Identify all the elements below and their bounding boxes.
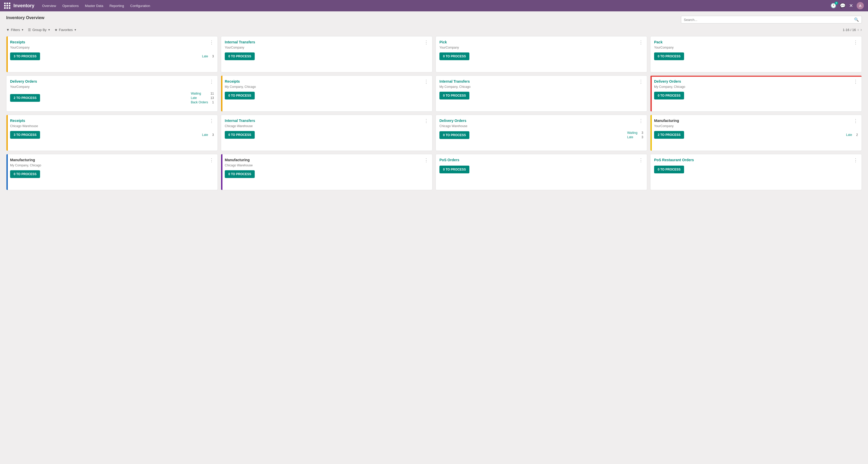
- card-internal-transfers-mycompany-chicago[interactable]: Internal Transfers⋮My Company, Chicago0 …: [436, 75, 647, 112]
- process-button[interactable]: 3 TO PROCESS: [10, 131, 40, 139]
- card-header: PoS Restaurant Orders⋮: [654, 158, 858, 162]
- card-internal-transfers-chicago-warehouse[interactable]: Internal Transfers⋮Chicago Warehouse0 TO…: [221, 115, 432, 151]
- card-left-border: [650, 115, 652, 151]
- nav-configuration[interactable]: Configuration: [130, 4, 150, 8]
- process-button[interactable]: 0 TO PROCESS: [225, 170, 255, 178]
- group-by-label: Group By: [32, 28, 46, 32]
- card-menu-button[interactable]: ⋮: [209, 40, 214, 45]
- card-title: Delivery Orders: [439, 119, 466, 123]
- card-menu-button[interactable]: ⋮: [209, 119, 214, 123]
- card-manufacturing-mycompany-chicago[interactable]: Manufacturing⋮My Company, Chicago0 TO PR…: [6, 154, 218, 190]
- card-menu-button[interactable]: ⋮: [424, 119, 429, 123]
- process-button[interactable]: 0 TO PROCESS: [654, 92, 684, 99]
- card-pos-orders[interactable]: PoS Orders⋮0 TO PROCESS: [436, 154, 647, 190]
- process-button[interactable]: 0 TO PROCESS: [439, 53, 469, 60]
- process-button[interactable]: 2 TO PROCESS: [10, 94, 40, 102]
- card-subtitle: My Company, Chicago: [10, 163, 214, 167]
- next-page-button[interactable]: ›: [861, 27, 862, 32]
- card-body: 0 TO PROCESS: [225, 92, 429, 99]
- process-button[interactable]: 0 TO PROCESS: [439, 165, 469, 173]
- nav-master-data[interactable]: Master Data: [85, 4, 103, 8]
- stat-value: 1: [212, 100, 214, 104]
- process-button[interactable]: 0 TO PROCESS: [439, 92, 469, 99]
- card-left-border: [221, 76, 222, 111]
- filters-button[interactable]: ▼ Filters ▼: [6, 28, 24, 32]
- card-subtitle: YourCompany: [10, 46, 214, 49]
- stat-row: Late3: [202, 55, 214, 58]
- card-stats: Late3: [202, 55, 214, 58]
- topnav: Inventory Overview Operations Master Dat…: [0, 0, 868, 11]
- search-box[interactable]: 🔍: [681, 16, 862, 24]
- stat-label: Back Orders: [191, 100, 208, 104]
- card-manufacturing-yourcompany[interactable]: Manufacturing⋮YourCompany2 TO PROCESSLat…: [650, 115, 862, 151]
- card-header: Pack⋮: [654, 40, 858, 45]
- process-button[interactable]: 0 TO PROCESS: [225, 92, 255, 99]
- card-subtitle: My Company, Chicago: [225, 85, 429, 89]
- process-button[interactable]: 0 TO PROCESS: [654, 165, 684, 173]
- card-subtitle: Chicago Warehouse: [225, 124, 429, 128]
- stat-label: Waiting: [191, 92, 201, 95]
- card-delivery-orders-yourcompany[interactable]: Delivery Orders⋮YourCompany2 TO PROCESSW…: [6, 75, 218, 112]
- avatar[interactable]: A: [857, 2, 864, 9]
- card-menu-button[interactable]: ⋮: [639, 79, 643, 84]
- chat-icon[interactable]: 💬: [840, 3, 845, 8]
- app-logo[interactable]: Inventory: [13, 3, 34, 8]
- nav-reporting[interactable]: Reporting: [110, 4, 124, 8]
- card-menu-button[interactable]: ⋮: [639, 40, 643, 45]
- search-icon[interactable]: 🔍: [854, 17, 859, 22]
- card-delivery-orders-chicago-warehouse[interactable]: Delivery Orders⋮Chicago Warehouse0 TO PR…: [436, 115, 647, 151]
- process-button[interactable]: 0 TO PROCESS: [225, 131, 255, 139]
- stat-row: Waiting3: [627, 131, 643, 134]
- process-button[interactable]: 0 TO PROCESS: [439, 131, 469, 139]
- process-button[interactable]: 3 TO PROCESS: [10, 53, 40, 60]
- activity-icon[interactable]: 🕐 7: [831, 3, 836, 8]
- card-delivery-orders-mycompany-chicago[interactable]: Delivery Orders⋮My Company, Chicago0 TO …: [650, 75, 862, 112]
- card-menu-button[interactable]: ⋮: [853, 119, 858, 123]
- card-manufacturing-chicago-warehouse[interactable]: Manufacturing⋮Chicago Warehouse0 TO PROC…: [221, 154, 432, 190]
- nav-overview[interactable]: Overview: [42, 4, 56, 8]
- card-pos-restaurant-orders[interactable]: PoS Restaurant Orders⋮0 TO PROCESS: [650, 154, 862, 190]
- favorites-button[interactable]: ★ Favorites ▼: [55, 28, 76, 32]
- process-button[interactable]: 0 TO PROCESS: [654, 53, 684, 60]
- card-menu-button[interactable]: ⋮: [853, 40, 858, 45]
- group-by-button[interactable]: ☰ Group By ▼: [28, 28, 51, 32]
- process-button[interactable]: 2 TO PROCESS: [654, 131, 684, 139]
- prev-page-button[interactable]: ‹: [858, 27, 859, 32]
- groupby-arrow: ▼: [48, 28, 51, 31]
- card-header: Manufacturing⋮: [225, 158, 429, 162]
- card-body: 0 TO PROCESS: [439, 165, 643, 173]
- card-menu-button[interactable]: ⋮: [639, 158, 643, 162]
- apps-icon[interactable]: [4, 3, 10, 9]
- card-internal-transfers-yourcompany[interactable]: Internal Transfers⋮YourCompany0 TO PROCE…: [221, 36, 432, 72]
- card-subtitle: My Company, Chicago: [439, 85, 643, 89]
- card-receipts-yourcompany[interactable]: Receipts⋮YourCompany3 TO PROCESSLate3: [6, 36, 218, 72]
- process-button[interactable]: 0 TO PROCESS: [10, 170, 40, 178]
- card-menu-button[interactable]: ⋮: [853, 158, 858, 162]
- stat-row: Late13: [191, 96, 214, 100]
- nav-operations[interactable]: Operations: [62, 4, 79, 8]
- card-menu-button[interactable]: ⋮: [853, 79, 858, 84]
- card-body: 0 TO PROCESS: [225, 170, 429, 178]
- card-receipts-mycompany-chicago[interactable]: Receipts⋮My Company, Chicago0 TO PROCESS: [221, 75, 432, 112]
- card-menu-button[interactable]: ⋮: [209, 158, 214, 162]
- close-icon[interactable]: ✕: [849, 3, 853, 8]
- card-menu-button[interactable]: ⋮: [209, 79, 214, 84]
- topnav-right: 🕐 7 💬 ✕ A: [831, 2, 864, 9]
- card-menu-button[interactable]: ⋮: [639, 119, 643, 123]
- stat-label: Late: [846, 133, 852, 137]
- card-menu-button[interactable]: ⋮: [424, 40, 429, 45]
- card-body: 0 TO PROCESS: [225, 131, 429, 139]
- stat-label: Late: [627, 135, 633, 139]
- groupby-icon: ☰: [28, 28, 31, 32]
- card-left-border: [6, 36, 8, 72]
- card-subtitle: Chicago Warehouse: [439, 124, 643, 128]
- card-menu-button[interactable]: ⋮: [424, 79, 429, 84]
- card-pack-yourcompany[interactable]: Pack⋮YourCompany0 TO PROCESS: [650, 36, 862, 72]
- stat-row: Back Orders1: [191, 100, 214, 104]
- card-header: Receipts⋮: [10, 119, 214, 123]
- card-receipts-chicago-warehouse[interactable]: Receipts⋮Chicago Warehouse3 TO PROCESSLa…: [6, 115, 218, 151]
- card-menu-button[interactable]: ⋮: [424, 158, 429, 162]
- search-input[interactable]: [684, 18, 854, 22]
- process-button[interactable]: 0 TO PROCESS: [225, 53, 255, 60]
- card-pick-yourcompany[interactable]: Pick⋮YourCompany0 TO PROCESS: [436, 36, 647, 72]
